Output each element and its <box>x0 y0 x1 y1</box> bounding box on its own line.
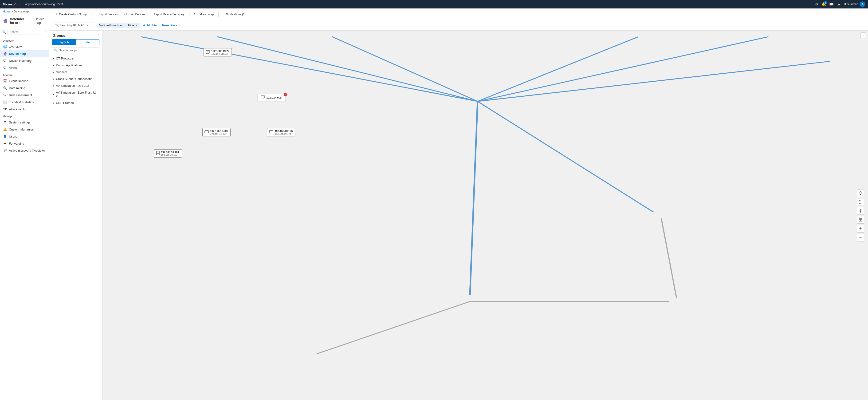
sidebar-item-attack-vector[interactable]: 🗺 Attack vector <box>0 105 49 113</box>
tab-filter[interactable]: Filter <box>76 39 99 45</box>
sidebar-item-label: Custom alert rules <box>9 128 34 131</box>
node-inner: 10.0.104.0/24 <box>261 95 282 100</box>
tab-highlight[interactable]: Highlight <box>53 39 76 45</box>
sidebar-item-device-inventory[interactable]: 🛡 Device inventory <box>0 57 49 64</box>
settings-icon[interactable]: ⚙ <box>815 2 818 6</box>
device-node-192-168-119-22[interactable]: </> 192.168.119.22 192.168.119.22 <box>204 48 232 56</box>
node-inner: 192.168.10.200 192.168.10.200 <box>205 130 228 135</box>
svg-rect-27 <box>269 130 273 133</box>
topbar-left: Microsoft | Tianjin-offices-south-wing -… <box>3 3 65 6</box>
group-item-cross-subnet[interactable]: ▶ Cross Subnet Connections <box>49 75 102 82</box>
sidebar-collapse-button[interactable]: 《 <box>44 30 47 34</box>
map-canvas[interactable]: </> 192.168.119.22 192.168.119.22 ! <box>102 31 868 400</box>
device-node-192-168-10-100[interactable]: 192.168.10.100 192.168.10.100 <box>154 149 182 158</box>
add-filter-icon: ⊕ <box>143 24 146 27</box>
sidebar-item-label: Forwarding <box>9 142 24 145</box>
user-menu[interactable]: alice-admin A <box>844 1 865 7</box>
import-devices-button[interactable]: ↑ Import Devices <box>94 11 120 17</box>
page-title: Device map <box>35 17 46 25</box>
topbar-separator: | <box>20 3 20 6</box>
overview-icon: 🌐 <box>3 45 7 49</box>
group-item-av-sim-zt[interactable]: ▶ AV Simulation - Zero Trust Jan 23 <box>49 89 102 99</box>
sidebar-item-system-settings[interactable]: ⚙ System settings <box>0 119 49 126</box>
main-layout: Home > Device map 🔮 Defender for IoT | D… <box>0 8 868 400</box>
refresh-map-button[interactable]: ↻ Refresh map <box>192 11 216 17</box>
groups-search-input[interactable] <box>59 49 98 52</box>
svg-line-3 <box>477 37 639 101</box>
trends-icon: 📊 <box>3 100 7 104</box>
create-custom-group-button[interactable]: ＋ Create Custom Group <box>53 11 89 18</box>
sidebar-item-data-mining[interactable]: 🔍 Data mining <box>0 85 49 91</box>
add-filter-button[interactable]: ⊕ Add filter <box>142 23 159 28</box>
device-ip: 192.168.10.100 <box>161 154 179 156</box>
right-collapse-button[interactable]: 《 <box>861 32 866 38</box>
export-device-summary-button[interactable]: ↓ Export Device Summary <box>149 11 187 17</box>
section-discover: Discover <box>0 37 49 43</box>
filter-chip-close[interactable]: ✕ <box>135 24 138 27</box>
sidebar-item-label: System settings <box>9 121 31 124</box>
zoom-in-button[interactable]: + <box>857 225 864 233</box>
select-area-button[interactable] <box>857 198 864 206</box>
device-icon <box>269 130 273 134</box>
notifications-button[interactable]: ↕ Notifications (2) <box>221 11 248 17</box>
device-node-192-168-10-106[interactable]: 192.168.10.106 192.168.10.106 <box>267 128 295 136</box>
svg-text:</>: </> <box>207 51 209 53</box>
reset-filters-button[interactable]: Reset filters <box>161 23 178 28</box>
group-item-known-applications[interactable]: ▶ Known Applications <box>49 62 102 69</box>
device-ip: 192.168.10.200 <box>210 132 228 135</box>
group-item-av-sim-dec[interactable]: ▶ AV Simulation - Dec 222 <box>49 82 102 89</box>
sidebar-item-label: Attack vector <box>9 107 27 111</box>
svg-line-5 <box>470 101 477 295</box>
search-input[interactable] <box>7 29 42 35</box>
sidebar-item-event-timeline[interactable]: 📅 Event timeline <box>0 78 49 85</box>
filter-dropdown-icon: ▾ <box>87 24 89 27</box>
group-arrow-icon: ▶ <box>53 93 55 96</box>
sidebar-item-label: Overview <box>9 45 22 49</box>
group-arrow-icon: ▶ <box>53 85 55 87</box>
device-node-10-0-104-0-24[interactable]: ! 10.0.104.0/24 <box>257 94 286 101</box>
sidebar-item-active-discovery[interactable]: 🔎 Active discovery (Preview) <box>0 147 49 154</box>
ip-mac-search[interactable]: 🔍 Search by IP / MAC ▾ <box>53 23 95 28</box>
filter-bar: 🔍 Search by IP / MAC ▾ Multicast/broadca… <box>49 20 868 31</box>
node-inner: </> 192.168.119.22 192.168.119.22 <box>206 50 229 55</box>
export-devices-button[interactable]: ↓ Export Devices <box>121 11 148 17</box>
groups-search-icon: 🔍 <box>54 49 58 52</box>
groups-panel-header: Groups 《 <box>49 31 102 39</box>
notifications-icon[interactable]: 🔔 1 <box>822 2 826 6</box>
sidebar-item-users[interactable]: 👤 Users <box>0 133 49 140</box>
map-settings-button[interactable] <box>857 207 864 215</box>
topbar-subtitle: Tianjin-offices-south-wing - 22.3.5 <box>23 3 65 6</box>
zoom-out-button[interactable]: − <box>857 234 864 242</box>
breadcrumb-home[interactable]: Home <box>3 10 10 13</box>
group-arrow-icon: ▶ <box>53 78 55 80</box>
sidebar-item-alerts[interactable]: 🛡 Alerts <box>0 64 49 71</box>
active-discovery-icon: 🔎 <box>3 149 7 152</box>
section-manage: Manage <box>0 113 49 119</box>
sidebar-item-device-map[interactable]: 🔮 Device map <box>0 50 49 57</box>
group-item-ot-protocols[interactable]: ▶ OT Protocols <box>49 55 102 62</box>
sidebar-item-custom-alert-rules[interactable]: 🔔 Custom alert rules <box>0 126 49 133</box>
sidebar-item-overview[interactable]: 🌐 Overview <box>0 43 49 50</box>
svg-line-10 <box>477 37 769 101</box>
sidebar-item-forwarding[interactable]: ➡ Forwarding <box>0 140 49 147</box>
crosshair-button[interactable] <box>857 189 864 197</box>
brand-label: Microsoft <box>3 3 17 6</box>
svg-rect-32 <box>157 151 159 155</box>
group-item-cdp-protocol[interactable]: ▶ CDP Protocol <box>49 99 102 106</box>
book-icon[interactable]: 📖 <box>829 2 834 6</box>
group-arrow-icon: ▶ <box>53 101 55 104</box>
group-item-subnets[interactable]: ▶ Subnets <box>49 69 102 75</box>
group-item-label: AV Simulation - Zero Trust Jan 23 <box>56 91 99 98</box>
group-item-label: Subnets <box>56 70 67 74</box>
device-node-192-168-10-200[interactable]: 192.168.10.200 192.168.10.200 <box>203 128 230 136</box>
sidebar-item-label: Event timeline <box>9 79 28 83</box>
svg-line-11 <box>477 61 830 101</box>
groups-collapse-button[interactable]: 《 <box>96 33 99 37</box>
avatar: A <box>860 1 865 7</box>
sidebar-item-risk-assessment[interactable]: 🛡 Risk assessment <box>0 91 49 98</box>
toolbar: ＋ Create Custom Group ↑ Import Devices ↓… <box>49 8 868 20</box>
layout-button[interactable] <box>857 216 864 224</box>
app-logo: 🔮 <box>3 18 8 24</box>
sidebar-item-trends[interactable]: 📊 Trends & statistics <box>0 98 49 105</box>
cloud-icon[interactable]: ☁ <box>837 2 840 6</box>
